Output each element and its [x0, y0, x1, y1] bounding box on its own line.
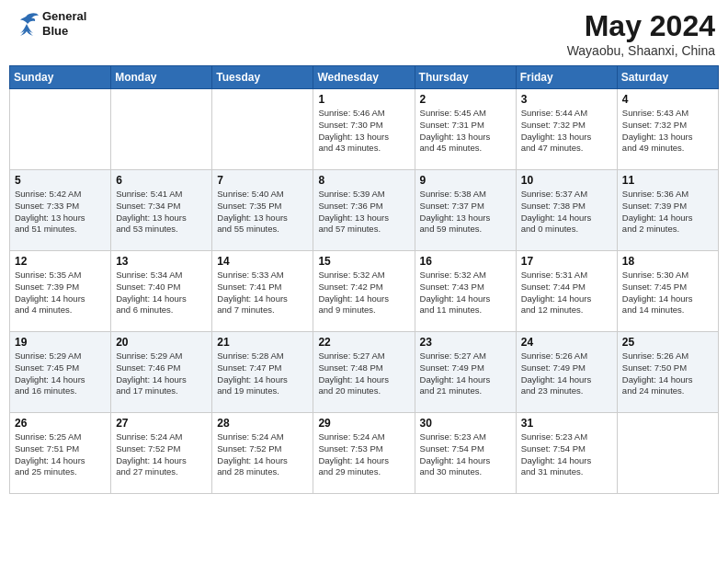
day-number: 27	[116, 417, 207, 430]
day-number: 28	[217, 417, 308, 430]
page-header: General Blue May 2024 Wayaobu, Shaanxi, …	[9, 9, 719, 58]
day-number: 24	[521, 336, 612, 349]
calendar-day-19: 19Sunrise: 5:29 AMSunset: 7:45 PMDayligh…	[10, 332, 111, 413]
calendar-day-22: 22Sunrise: 5:27 AMSunset: 7:48 PMDayligh…	[313, 332, 415, 413]
calendar-day-16: 16Sunrise: 5:32 AMSunset: 7:43 PMDayligh…	[415, 251, 516, 332]
day-info: Sunrise: 5:45 AMSunset: 7:31 PMDaylight:…	[420, 108, 511, 155]
day-info: Sunrise: 5:36 AMSunset: 7:39 PMDaylight:…	[622, 189, 713, 236]
calendar-day-26: 26Sunrise: 5:25 AMSunset: 7:51 PMDayligh…	[10, 413, 111, 494]
day-number: 13	[116, 255, 207, 268]
calendar-day-30: 30Sunrise: 5:23 AMSunset: 7:54 PMDayligh…	[415, 413, 516, 494]
logo-text: General Blue	[42, 9, 86, 38]
calendar-day-6: 6Sunrise: 5:41 AMSunset: 7:34 PMDaylight…	[111, 170, 212, 251]
calendar-day-27: 27Sunrise: 5:24 AMSunset: 7:52 PMDayligh…	[111, 413, 212, 494]
day-info: Sunrise: 5:44 AMSunset: 7:32 PMDaylight:…	[521, 108, 612, 155]
location-subtitle: Wayaobu, Shaanxi, China	[567, 43, 715, 58]
weekday-header-sunday: Sunday	[10, 66, 111, 89]
calendar-day-4: 4Sunrise: 5:43 AMSunset: 7:32 PMDaylight…	[617, 89, 718, 170]
day-info: Sunrise: 5:28 AMSunset: 7:47 PMDaylight:…	[217, 350, 308, 397]
day-number: 12	[15, 255, 106, 268]
day-number: 3	[521, 93, 612, 106]
day-number: 2	[420, 93, 511, 106]
logo-line2: Blue	[42, 24, 86, 39]
day-info: Sunrise: 5:23 AMSunset: 7:54 PMDaylight:…	[420, 431, 511, 478]
calendar-empty-cell	[10, 89, 111, 170]
day-info: Sunrise: 5:26 AMSunset: 7:49 PMDaylight:…	[521, 350, 612, 397]
day-info: Sunrise: 5:33 AMSunset: 7:41 PMDaylight:…	[217, 270, 308, 316]
logo: General Blue	[13, 9, 86, 38]
calendar-day-5: 5Sunrise: 5:42 AMSunset: 7:33 PMDaylight…	[10, 170, 111, 251]
day-info: Sunrise: 5:30 AMSunset: 7:45 PMDaylight:…	[622, 270, 713, 316]
day-number: 16	[420, 255, 511, 268]
day-number: 19	[15, 336, 106, 349]
weekday-header-row: SundayMondayTuesdayWednesdayThursdayFrid…	[10, 66, 719, 89]
day-number: 17	[521, 255, 612, 268]
day-number: 5	[15, 174, 106, 187]
calendar-day-7: 7Sunrise: 5:40 AMSunset: 7:35 PMDaylight…	[212, 170, 313, 251]
day-info: Sunrise: 5:32 AMSunset: 7:43 PMDaylight:…	[420, 270, 511, 316]
calendar-day-17: 17Sunrise: 5:31 AMSunset: 7:44 PMDayligh…	[516, 251, 617, 332]
weekday-header-monday: Monday	[111, 66, 212, 89]
day-number: 18	[622, 255, 713, 268]
day-info: Sunrise: 5:31 AMSunset: 7:44 PMDaylight:…	[521, 270, 612, 316]
day-info: Sunrise: 5:24 AMSunset: 7:52 PMDaylight:…	[116, 431, 207, 478]
calendar-week-row: 19Sunrise: 5:29 AMSunset: 7:45 PMDayligh…	[10, 332, 719, 413]
day-number: 9	[420, 174, 511, 187]
calendar-day-13: 13Sunrise: 5:34 AMSunset: 7:40 PMDayligh…	[111, 251, 212, 332]
calendar-empty-cell	[111, 89, 212, 170]
weekday-header-friday: Friday	[516, 66, 617, 89]
day-info: Sunrise: 5:29 AMSunset: 7:45 PMDaylight:…	[15, 350, 106, 397]
weekday-header-wednesday: Wednesday	[313, 66, 415, 89]
calendar-day-9: 9Sunrise: 5:38 AMSunset: 7:37 PMDaylight…	[415, 170, 516, 251]
calendar-day-29: 29Sunrise: 5:24 AMSunset: 7:53 PMDayligh…	[313, 413, 415, 494]
weekday-header-thursday: Thursday	[415, 66, 516, 89]
day-number: 1	[318, 93, 409, 106]
calendar-day-2: 2Sunrise: 5:45 AMSunset: 7:31 PMDaylight…	[415, 89, 516, 170]
day-info: Sunrise: 5:35 AMSunset: 7:39 PMDaylight:…	[15, 270, 106, 316]
calendar-day-15: 15Sunrise: 5:32 AMSunset: 7:42 PMDayligh…	[313, 251, 415, 332]
logo-bird-icon	[13, 11, 40, 37]
calendar-day-18: 18Sunrise: 5:30 AMSunset: 7:45 PMDayligh…	[617, 251, 718, 332]
calendar-week-row: 26Sunrise: 5:25 AMSunset: 7:51 PMDayligh…	[10, 413, 719, 494]
day-number: 10	[521, 174, 612, 187]
calendar-day-11: 11Sunrise: 5:36 AMSunset: 7:39 PMDayligh…	[617, 170, 718, 251]
day-number: 31	[521, 417, 612, 430]
weekday-header-saturday: Saturday	[617, 66, 718, 89]
day-info: Sunrise: 5:29 AMSunset: 7:46 PMDaylight:…	[116, 350, 207, 397]
day-info: Sunrise: 5:42 AMSunset: 7:33 PMDaylight:…	[15, 189, 106, 236]
day-info: Sunrise: 5:40 AMSunset: 7:35 PMDaylight:…	[217, 189, 308, 236]
day-info: Sunrise: 5:43 AMSunset: 7:32 PMDaylight:…	[622, 108, 713, 155]
day-number: 23	[420, 336, 511, 349]
day-number: 22	[318, 336, 409, 349]
day-info: Sunrise: 5:27 AMSunset: 7:49 PMDaylight:…	[420, 350, 511, 397]
calendar-day-3: 3Sunrise: 5:44 AMSunset: 7:32 PMDaylight…	[516, 89, 617, 170]
day-info: Sunrise: 5:38 AMSunset: 7:37 PMDaylight:…	[420, 189, 511, 236]
month-year-title: May 2024	[567, 9, 715, 43]
calendar-week-row: 1Sunrise: 5:46 AMSunset: 7:30 PMDaylight…	[10, 89, 719, 170]
day-info: Sunrise: 5:23 AMSunset: 7:54 PMDaylight:…	[521, 431, 612, 478]
day-number: 26	[15, 417, 106, 430]
day-info: Sunrise: 5:46 AMSunset: 7:30 PMDaylight:…	[318, 108, 409, 155]
calendar-week-row: 12Sunrise: 5:35 AMSunset: 7:39 PMDayligh…	[10, 251, 719, 332]
day-number: 15	[318, 255, 409, 268]
calendar-day-1: 1Sunrise: 5:46 AMSunset: 7:30 PMDaylight…	[313, 89, 415, 170]
day-number: 21	[217, 336, 308, 349]
calendar-day-10: 10Sunrise: 5:37 AMSunset: 7:38 PMDayligh…	[516, 170, 617, 251]
day-info: Sunrise: 5:34 AMSunset: 7:40 PMDaylight:…	[116, 270, 207, 316]
calendar-day-8: 8Sunrise: 5:39 AMSunset: 7:36 PMDaylight…	[313, 170, 415, 251]
day-number: 14	[217, 255, 308, 268]
day-info: Sunrise: 5:24 AMSunset: 7:52 PMDaylight:…	[217, 431, 308, 478]
logo-line1: General	[42, 9, 86, 24]
day-number: 6	[116, 174, 207, 187]
day-info: Sunrise: 5:41 AMSunset: 7:34 PMDaylight:…	[116, 189, 207, 236]
calendar-day-20: 20Sunrise: 5:29 AMSunset: 7:46 PMDayligh…	[111, 332, 212, 413]
day-info: Sunrise: 5:25 AMSunset: 7:51 PMDaylight:…	[15, 431, 106, 478]
day-number: 8	[318, 174, 409, 187]
day-info: Sunrise: 5:27 AMSunset: 7:48 PMDaylight:…	[318, 350, 409, 397]
calendar-day-23: 23Sunrise: 5:27 AMSunset: 7:49 PMDayligh…	[415, 332, 516, 413]
day-info: Sunrise: 5:24 AMSunset: 7:53 PMDaylight:…	[318, 431, 409, 478]
weekday-header-tuesday: Tuesday	[212, 66, 313, 89]
day-number: 20	[116, 336, 207, 349]
day-info: Sunrise: 5:37 AMSunset: 7:38 PMDaylight:…	[521, 189, 612, 236]
calendar-empty-cell	[212, 89, 313, 170]
